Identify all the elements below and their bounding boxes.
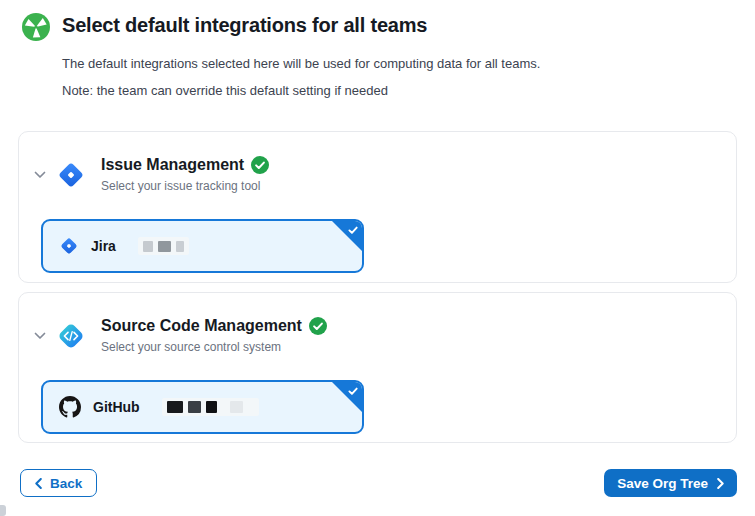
chevron-down-icon bbox=[34, 171, 46, 179]
chevron-right-icon bbox=[717, 478, 724, 489]
jira-icon bbox=[59, 236, 79, 256]
redacted-text bbox=[138, 237, 189, 255]
check-circle-icon bbox=[309, 317, 327, 335]
check-circle-icon bbox=[251, 156, 269, 174]
github-icon bbox=[59, 396, 81, 418]
tool-name: GitHub bbox=[93, 399, 140, 415]
section-title: Source Code Management bbox=[101, 316, 302, 335]
tool-card-github[interactable]: GitHub bbox=[41, 380, 364, 434]
back-button-label: Back bbox=[50, 476, 82, 491]
tool-name: Jira bbox=[91, 238, 116, 254]
save-org-tree-button[interactable]: Save Org Tree bbox=[604, 469, 737, 497]
redacted-text bbox=[162, 398, 259, 416]
chevron-left-icon bbox=[35, 478, 42, 489]
section-header: Source Code Management Select your sourc… bbox=[19, 293, 736, 354]
pinwheel-logo-icon bbox=[22, 13, 50, 41]
section-subtitle: Select your source control system bbox=[101, 340, 327, 354]
section-issue-management: Issue Management Select your issue track… bbox=[18, 131, 737, 283]
section-subtitle: Select your issue tracking tool bbox=[101, 179, 269, 193]
collapse-toggle-source-code[interactable] bbox=[33, 329, 47, 343]
check-icon bbox=[347, 385, 359, 397]
scrollbar-fragment bbox=[0, 505, 6, 516]
section-source-code-management: Source Code Management Select your sourc… bbox=[18, 292, 737, 443]
source-code-icon bbox=[56, 321, 86, 351]
page-description: The default integrations selected here w… bbox=[62, 56, 540, 72]
page-note: Note: the team can override this default… bbox=[62, 83, 540, 99]
jira-icon bbox=[56, 160, 86, 190]
back-button[interactable]: Back bbox=[20, 469, 97, 497]
check-icon bbox=[347, 224, 359, 236]
page-title: Select default integrations for all team… bbox=[62, 12, 540, 39]
collapse-toggle-issue-management[interactable] bbox=[33, 168, 47, 182]
section-header: Issue Management Select your issue track… bbox=[19, 132, 736, 193]
section-title: Issue Management bbox=[101, 155, 244, 174]
chevron-down-icon bbox=[34, 332, 46, 340]
tool-card-jira[interactable]: Jira bbox=[41, 219, 364, 273]
page-header: Select default integrations for all team… bbox=[22, 12, 735, 99]
save-button-label: Save Org Tree bbox=[617, 476, 708, 491]
